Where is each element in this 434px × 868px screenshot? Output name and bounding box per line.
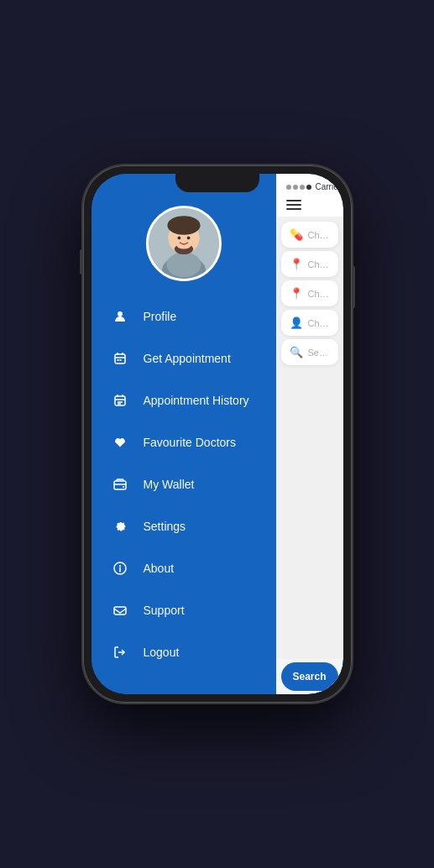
svg-point-9 xyxy=(118,311,123,316)
favourite-doctors-label: Favourite Doctors xyxy=(144,436,236,449)
logout-icon xyxy=(108,641,132,664)
content-card[interactable]: 📍Cho... xyxy=(281,251,338,277)
svg-point-7 xyxy=(177,237,180,240)
sidebar: ProfileGet AppointmentAppointment Histor… xyxy=(92,174,276,694)
h-line-1 xyxy=(286,200,301,201)
svg-point-17 xyxy=(119,565,121,567)
content-card[interactable]: 💊Cho... xyxy=(281,222,338,248)
status-left: Carrier 📶 xyxy=(286,182,343,191)
svg-rect-10 xyxy=(115,354,125,363)
card-icon: 🔍 xyxy=(290,346,303,358)
sidebar-item-logout[interactable]: Logout xyxy=(100,632,268,672)
sidebar-item-support[interactable]: Support xyxy=(100,590,268,630)
content-card[interactable]: 📍Cho... xyxy=(281,280,338,306)
signal-3 xyxy=(300,185,305,190)
status-bar: Carrier 📶 xyxy=(276,174,343,195)
sidebar-item-appointment-history[interactable]: Appointment History xyxy=(100,380,268,421)
avatar-container xyxy=(92,197,276,281)
signal-1 xyxy=(286,185,291,190)
search-button[interactable]: Search xyxy=(281,662,338,691)
settings-label: Settings xyxy=(144,520,186,533)
appointment-history-label: Appointment History xyxy=(144,394,249,407)
content-card[interactable]: 👤Cho... xyxy=(281,310,338,336)
right-panel: Carrier 📶 💊Cho...📍Cho...📍Cho...👤Cho...🔍S… xyxy=(276,174,343,694)
profile-label: Profile xyxy=(144,310,177,323)
phone-screen: ProfileGet AppointmentAppointment Histor… xyxy=(92,174,343,694)
content-card[interactable]: 🔍Sea... xyxy=(281,339,338,365)
favourite-doctors-icon xyxy=(108,431,132,454)
avatar xyxy=(146,206,222,281)
card-text: Cho... xyxy=(308,230,330,240)
sidebar-item-my-wallet[interactable]: My Wallet xyxy=(100,464,268,505)
card-icon: 👤 xyxy=(290,316,303,329)
h-line-3 xyxy=(286,208,301,210)
content-area: 💊Cho...📍Cho...📍Cho...👤Cho...🔍Sea... xyxy=(276,217,343,659)
signal-4 xyxy=(306,185,311,190)
support-icon xyxy=(108,599,132,622)
card-icon: 📍 xyxy=(290,287,303,300)
card-text: Cho... xyxy=(308,289,330,299)
get-appointment-icon xyxy=(108,347,132,370)
hamburger-icon xyxy=(286,200,333,210)
about-icon xyxy=(108,557,132,580)
svg-point-2 xyxy=(166,252,201,277)
card-icon: 📍 xyxy=(290,258,303,270)
menu-list: ProfileGet AppointmentAppointment Histor… xyxy=(92,296,276,674)
my-wallet-label: My Wallet xyxy=(144,478,195,491)
card-icon: 💊 xyxy=(290,228,303,241)
sidebar-item-about[interactable]: About xyxy=(100,548,268,588)
signal-2 xyxy=(293,185,298,190)
hamburger-button[interactable] xyxy=(276,195,343,217)
profile-icon xyxy=(108,305,132,328)
support-label: Support xyxy=(144,604,185,617)
screen-content: ProfileGet AppointmentAppointment Histor… xyxy=(92,174,343,694)
sidebar-item-favourite-doctors[interactable]: Favourite Doctors xyxy=(100,422,268,463)
svg-rect-14 xyxy=(114,481,126,489)
carrier-text: Carrier xyxy=(316,182,342,191)
svg-point-15 xyxy=(123,486,124,488)
appointment-history-icon xyxy=(108,389,132,412)
svg-point-4 xyxy=(167,216,200,234)
notch xyxy=(175,174,259,192)
h-line-2 xyxy=(286,204,301,206)
avatar-image xyxy=(149,206,219,281)
sidebar-item-settings[interactable]: Settings xyxy=(100,506,268,546)
sidebar-item-get-appointment[interactable]: Get Appointment xyxy=(100,338,268,379)
svg-point-8 xyxy=(186,237,190,240)
card-text: Sea... xyxy=(308,348,330,358)
phone-frame: ProfileGet AppointmentAppointment Histor… xyxy=(83,165,352,703)
sidebar-item-profile[interactable]: Profile xyxy=(100,296,268,337)
svg-rect-12 xyxy=(119,359,121,361)
card-text: Cho... xyxy=(308,259,330,269)
svg-rect-11 xyxy=(117,359,118,361)
logout-label: Logout xyxy=(144,646,180,659)
get-appointment-label: Get Appointment xyxy=(144,352,231,365)
my-wallet-icon xyxy=(108,473,132,496)
settings-icon xyxy=(108,515,132,538)
about-label: About xyxy=(144,562,175,575)
card-text: Cho... xyxy=(308,318,330,328)
